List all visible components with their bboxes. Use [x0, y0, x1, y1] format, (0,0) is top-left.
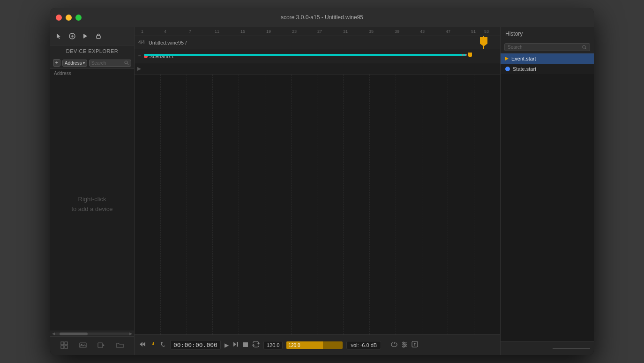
history-search-input[interactable]: Search — [504, 43, 590, 51]
lock-icon[interactable] — [94, 32, 103, 40]
play-icon[interactable] — [81, 32, 90, 40]
svg-rect-7 — [61, 342, 64, 345]
play-transport-icon[interactable]: ▶ — [225, 342, 229, 348]
svg-marker-20 — [161, 342, 163, 344]
cursor-icon[interactable] — [55, 32, 63, 40]
history-item-label-event: Event.start — [511, 56, 536, 61]
ruler-mark-1: 1 — [141, 29, 143, 34]
main-content: DEVICE EXPLORER + Address ▾ Search — [50, 27, 594, 355]
svg-point-33 — [583, 45, 585, 48]
scenario-label: Scenario.1 — [150, 53, 174, 59]
ruler-mark-23: 23 — [292, 29, 297, 34]
score-title: Untitled.wine95 / — [149, 40, 187, 45]
ruler-mark-19: 19 — [266, 29, 271, 34]
state-start-circle-icon — [505, 67, 510, 71]
stop-icon[interactable] — [243, 341, 248, 349]
search-input[interactable]: Search — [89, 60, 131, 67]
add-icon[interactable] — [68, 32, 76, 40]
ruler-marks: 1 4 7 11 15 19 23 27 31 35 39 43 47 51 5… — [138, 27, 496, 36]
export-icon[interactable] — [412, 341, 418, 349]
bottom-toolbar — [50, 336, 134, 355]
scroll-right-arrow[interactable]: ▶ — [129, 332, 132, 336]
note-icon[interactable] — [150, 341, 156, 349]
ruler-mark-31: 31 — [343, 29, 348, 34]
rewind-icon[interactable] — [139, 341, 146, 349]
scenario-dot — [144, 54, 148, 58]
tempo-slider[interactable]: 120.0 — [286, 341, 343, 349]
stop-svg — [243, 342, 248, 348]
history-item-state-start[interactable]: State.start — [501, 64, 594, 74]
history-item-event-start[interactable]: Event.start — [501, 53, 594, 64]
video-icon[interactable] — [97, 341, 105, 350]
timecode-display: 00:00:00.000 — [170, 340, 221, 350]
tempo-display: 120.0 — [263, 341, 283, 349]
ruler-mark-53: 53 — [484, 29, 489, 34]
svg-rect-13 — [98, 343, 103, 348]
app-window: score 3.0.0-a15 - Untitled.wine95 — [50, 8, 594, 355]
loop-icon[interactable] — [252, 341, 260, 349]
power-icon[interactable] — [391, 341, 397, 349]
grid-line — [448, 75, 474, 334]
scrollbar-track[interactable] — [55, 333, 129, 335]
history-search-bar: Search — [501, 41, 594, 53]
svg-line-34 — [585, 48, 587, 49]
mixer-icon[interactable] — [401, 341, 408, 349]
svg-rect-23 — [243, 342, 248, 347]
title-bar: score 3.0.0-a15 - Untitled.wine95 — [50, 8, 594, 27]
svg-marker-17 — [137, 67, 141, 71]
ruler-mark-15: 15 — [240, 29, 245, 34]
grid-line — [160, 75, 187, 334]
history-content-area — [501, 74, 594, 341]
arrange-icon[interactable] — [60, 341, 68, 350]
device-empty-area: Right-clickto add a device — [50, 78, 134, 331]
close-button[interactable] — [56, 15, 62, 21]
playhead-vertical-line — [468, 75, 468, 334]
time-ruler: 1 4 7 11 15 19 23 27 31 35 39 43 47 51 5… — [135, 27, 500, 36]
rewind-svg — [139, 341, 146, 348]
scenario-container: ≡ Scenario.1 — [135, 49, 500, 63]
grid-line — [187, 75, 213, 334]
svg-marker-18 — [140, 342, 142, 347]
scenario-row: ≡ Scenario.1 — [135, 49, 500, 63]
grid-line — [317, 75, 343, 334]
undo-svg — [160, 341, 166, 348]
ruler-mark-39: 39 — [395, 29, 399, 34]
ruler-mark-47: 47 — [446, 29, 450, 34]
grid-line — [474, 75, 500, 334]
play-end-svg — [232, 341, 239, 348]
svg-point-27 — [403, 342, 404, 344]
svg-marker-14 — [103, 344, 105, 347]
folder-icon[interactable] — [116, 341, 124, 350]
ruler-mark-27: 27 — [317, 29, 322, 34]
history-header: History — [501, 27, 594, 41]
maximize-button[interactable] — [75, 15, 82, 21]
separator — [386, 340, 386, 350]
score-area: 4/4 Untitled.wine95 / ≡ Sce — [135, 36, 500, 355]
traffic-lights — [56, 15, 82, 21]
chevron-down-icon: ▾ — [83, 61, 85, 65]
center-panel: 1 4 7 11 15 19 23 27 31 35 39 43 47 51 5… — [135, 27, 500, 355]
loop-svg — [252, 341, 260, 348]
undo-icon[interactable] — [160, 341, 166, 349]
grid-line — [343, 75, 369, 334]
scrollbar-thumb[interactable] — [60, 333, 88, 335]
svg-rect-22 — [237, 342, 238, 347]
horizontal-scrollbar[interactable]: ◀ ▶ — [50, 331, 134, 336]
history-bottom-bar — [501, 341, 594, 355]
history-item-label-state: State.start — [513, 66, 536, 72]
play-end-icon[interactable] — [232, 341, 239, 349]
image-icon[interactable] — [79, 341, 87, 350]
right-panel: History Search Event.start State.start — [500, 27, 594, 355]
ruler-mark-51: 51 — [471, 29, 476, 34]
svg-point-5 — [125, 61, 127, 64]
score-header-row: 4/4 Untitled.wine95 / — [135, 36, 500, 49]
address-dropdown[interactable]: Address ▾ — [62, 60, 87, 67]
add-device-button[interactable]: + — [53, 59, 60, 67]
ruler-mark-43: 43 — [420, 29, 425, 34]
svg-line-6 — [127, 64, 129, 65]
grid-line — [396, 75, 422, 334]
volume-display: vol: -6.0 dB — [346, 341, 381, 349]
minimize-button[interactable] — [66, 15, 72, 21]
ruler-mark-11: 11 — [215, 29, 219, 34]
grid-line — [422, 75, 448, 334]
